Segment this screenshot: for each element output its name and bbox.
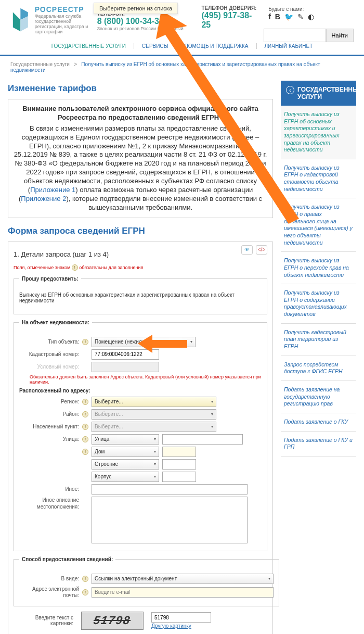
help-icon[interactable]: ! bbox=[82, 339, 88, 345]
format-select[interactable]: Ссылки на электронный документ bbox=[92, 574, 274, 584]
nav-services[interactable]: ГОСУДАРСТВЕННЫЕ УСЛУГИ bbox=[44, 43, 134, 49]
captcha-text: 51798 bbox=[93, 614, 132, 627]
sidebar-item-5[interactable]: Получить кадастровый план территории из … bbox=[281, 324, 356, 356]
lj-icon[interactable]: ✎ bbox=[297, 12, 304, 21]
cond-label: Условный номер: bbox=[19, 364, 79, 370]
cad-input[interactable] bbox=[92, 349, 159, 360]
nav-account[interactable]: ЛИЧНЫЙ КАБИНЕТ bbox=[257, 43, 321, 49]
desc-textarea[interactable] bbox=[92, 497, 248, 543]
help-icon[interactable]: ! bbox=[82, 399, 88, 405]
building-input[interactable] bbox=[162, 459, 196, 470]
logo-text: РОСРЕЕСТР Федеральная служба государстве… bbox=[35, 5, 89, 34]
delivery-legend: Способ предоставления сведений: bbox=[19, 556, 115, 562]
obj-type-select[interactable]: Помещение (нежилое) bbox=[92, 337, 196, 347]
logo-icon bbox=[10, 7, 31, 33]
korpus-type-select[interactable]: Корпус bbox=[92, 472, 159, 482]
breadcrumb-root[interactable]: Государственные услуги bbox=[10, 61, 70, 67]
help-icon[interactable]: ! bbox=[82, 424, 88, 430]
region-tooltip: Выберите регион из списка bbox=[94, 3, 178, 14]
sidebar-item-9[interactable]: Подать заявление о ГКУ и ГРП bbox=[281, 432, 356, 457]
street-type-select[interactable]: Улица bbox=[92, 434, 159, 445]
contrast-icon[interactable]: ◐ bbox=[308, 12, 314, 21]
sidebar-item-8[interactable]: Подать заявление о ГКУ bbox=[281, 413, 356, 432]
help-icon[interactable]: ! bbox=[82, 449, 88, 455]
breadcrumb-sep: > bbox=[74, 61, 77, 67]
vk-icon[interactable]: B bbox=[275, 12, 280, 21]
korpus-input[interactable] bbox=[162, 472, 196, 482]
provide-legend: Прошу предоставить: bbox=[19, 276, 81, 282]
notice-link1[interactable]: Приложение 1 bbox=[30, 186, 75, 194]
sidebar-item-7[interactable]: Подать заявление на государственную реги… bbox=[281, 381, 356, 413]
cond-input bbox=[92, 362, 159, 372]
back-arrow-icon[interactable]: ‹ bbox=[286, 86, 294, 94]
house-input[interactable] bbox=[162, 447, 196, 457]
email-label: Адрес электронной почты: bbox=[19, 586, 79, 599]
sidebar-title: ГОСУДАРСТВЕННЫЕ УСЛУГИ bbox=[297, 86, 363, 100]
help-icon[interactable]: ! bbox=[82, 589, 88, 595]
other-label: Иное: bbox=[19, 486, 79, 492]
phone-help-sub: Звонок из регионов России бесплатный bbox=[97, 26, 189, 31]
nav-help[interactable]: ПОМОЩЬ И ПОДДЕРЖКА bbox=[177, 43, 257, 49]
city-label: Населенный пункт: bbox=[19, 424, 79, 429]
logo[interactable]: РОСРЕЕСТР Федеральная служба государстве… bbox=[10, 5, 89, 34]
house-type-select[interactable]: Дом bbox=[92, 447, 159, 457]
required-note: Поля, отмеченные знаком ! обязательны дл… bbox=[14, 264, 267, 271]
object-legend: На объект недвижимости: bbox=[19, 320, 92, 325]
district-label: Район: bbox=[19, 411, 79, 417]
logo-title: РОСРЕЕСТР bbox=[35, 5, 89, 14]
facebook-icon[interactable]: f bbox=[268, 12, 271, 21]
help-icon[interactable]: ! bbox=[82, 436, 88, 442]
preview-icon[interactable]: 👁 bbox=[241, 245, 253, 255]
help-icon[interactable]: ! bbox=[82, 411, 88, 417]
phone-help-number: 8 (800) 100-34-34 bbox=[97, 17, 189, 26]
city-select[interactable]: Выберите... bbox=[92, 422, 216, 432]
building-type-select[interactable]: Строение bbox=[92, 459, 159, 470]
captcha-input[interactable] bbox=[151, 612, 211, 623]
notice-box: Внимание пользователей электронного серв… bbox=[8, 99, 273, 218]
other-input[interactable] bbox=[92, 484, 248, 494]
desc-label: Иное описание местоположения: bbox=[19, 497, 79, 510]
sidebar-item-6[interactable]: Запрос посредством доступа к ФГИС ЕГРН bbox=[281, 356, 356, 381]
addr-note: Обязательно должен быть заполнен Адрес о… bbox=[19, 374, 262, 385]
sidebar-item-2[interactable]: Получить выписку из ЕГРН о правах отдель… bbox=[281, 198, 356, 252]
nav-tools[interactable]: СЕРВИСЫ bbox=[134, 43, 177, 49]
captcha-image: 51798 bbox=[81, 612, 144, 630]
cad-label: Кадастровый номер: bbox=[19, 351, 79, 357]
twitter-icon[interactable]: 🐦 bbox=[284, 12, 293, 21]
captcha-row: Введите текст с картинки: 51798 Другую к… bbox=[14, 612, 267, 630]
social-block: Будьте с нами: f B 🐦 ✎ ◐ bbox=[268, 5, 354, 21]
sidebar-item-1[interactable]: Получить выписку из ЕГРН о кадастровой с… bbox=[281, 159, 356, 199]
obj-type-label: Тип объекта: bbox=[19, 339, 79, 345]
search-button[interactable]: Найти bbox=[326, 29, 354, 42]
fieldset-delivery: Способ предоставления сведений: В виде: … bbox=[14, 556, 279, 606]
region-select[interactable]: Выберите... bbox=[92, 397, 216, 407]
street-label: Улица: bbox=[19, 436, 79, 442]
social-label: Будьте с нами: bbox=[268, 6, 304, 12]
help-icon[interactable]: ! bbox=[82, 576, 88, 582]
notice-body3: ), которые подтвердили внесение изменени… bbox=[66, 195, 262, 211]
street-input[interactable] bbox=[162, 434, 243, 445]
main-content: Изменение тарифов Внимание пользователей… bbox=[8, 81, 273, 634]
captcha-label: Введите текст с картинки: bbox=[14, 615, 73, 626]
search-input[interactable] bbox=[264, 29, 326, 42]
format-label: В виде: bbox=[19, 576, 79, 581]
code-icon[interactable]: </> bbox=[256, 245, 267, 255]
region-label: Регион: bbox=[19, 399, 79, 404]
sidebar-item-3[interactable]: Получить выписку из ЕГРН о переходе прав… bbox=[281, 252, 356, 284]
sidebar: ‹ ГОСУДАРСТВЕННЫЕ УСЛУГИ Получить выписк… bbox=[281, 81, 356, 634]
notice-title: Внимание пользователей электронного серв… bbox=[11, 105, 269, 122]
tariff-heading: Изменение тарифов bbox=[8, 83, 273, 94]
phone-trust: ТЕЛЕФОН ДОВЕРИЯ: (495) 917-38-25 bbox=[201, 5, 261, 31]
district-select[interactable]: Выберите... bbox=[92, 409, 216, 420]
form-box: 👁 </> 1. Детали запроса (шаг 1 из 4) Пол… bbox=[8, 242, 273, 634]
logo-subtitle: Федеральная служба государственной регис… bbox=[35, 14, 89, 34]
search: Найти bbox=[264, 29, 354, 42]
sidebar-item-0[interactable]: Получить выписку из ЕГРН об основных хар… bbox=[281, 106, 356, 159]
notice-link2[interactable]: Приложение 2 bbox=[21, 195, 66, 202]
fieldset-object: На объект недвижимости: Тип объекта: ! П… bbox=[14, 320, 267, 551]
email-input[interactable] bbox=[92, 587, 274, 598]
captcha-refresh-link[interactable]: Другую картинку bbox=[151, 623, 191, 629]
fieldset-provide: Прошу предоставить: Выписку из ЕГРН об о… bbox=[14, 276, 267, 314]
sidebar-item-4[interactable]: Получить выписку из ЕГРН о содержании пр… bbox=[281, 284, 356, 324]
breadcrumb: Государственные услуги > Получить выписк… bbox=[0, 56, 364, 78]
